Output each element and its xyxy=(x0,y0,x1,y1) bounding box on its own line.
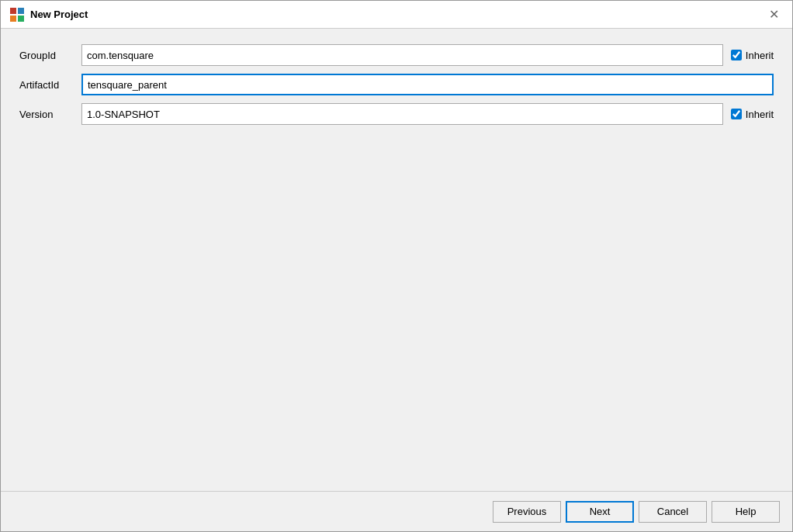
dialog-title: New Project xyxy=(30,9,88,20)
maven-icon xyxy=(10,8,24,22)
artifactid-input[interactable] xyxy=(81,74,774,95)
dialog-content: GroupId Inherit ArtifactId Version Inher… xyxy=(1,29,792,491)
help-button[interactable]: Help xyxy=(712,501,780,523)
version-inherit-label: Inherit xyxy=(731,109,774,120)
version-row: Version Inherit xyxy=(19,103,774,125)
version-label: Version xyxy=(19,109,81,120)
title-bar: New Project ✕ xyxy=(1,1,792,29)
artifactid-label: ArtifactId xyxy=(19,79,81,91)
groupid-input[interactable] xyxy=(81,44,723,66)
close-button[interactable]: ✕ xyxy=(764,5,783,24)
artifactid-row: ArtifactId xyxy=(19,74,774,95)
title-bar-left: New Project xyxy=(10,8,88,22)
previous-button[interactable]: Previous xyxy=(493,501,561,523)
new-project-dialog: New Project ✕ GroupId Inherit ArtifactId… xyxy=(0,0,793,532)
svg-rect-0 xyxy=(10,8,16,14)
svg-rect-2 xyxy=(10,16,16,22)
groupid-label: GroupId xyxy=(19,50,81,61)
svg-rect-3 xyxy=(18,16,24,22)
cancel-button[interactable]: Cancel xyxy=(639,501,707,523)
groupid-row: GroupId Inherit xyxy=(19,44,774,66)
groupid-inherit-checkbox[interactable] xyxy=(731,50,742,60)
groupid-inherit-label: Inherit xyxy=(731,50,774,61)
version-input[interactable] xyxy=(81,103,723,125)
next-button[interactable]: Next xyxy=(566,501,634,523)
version-inherit-checkbox[interactable] xyxy=(731,109,742,119)
dialog-footer: Previous Next Cancel Help xyxy=(1,491,792,531)
svg-rect-1 xyxy=(18,8,24,14)
